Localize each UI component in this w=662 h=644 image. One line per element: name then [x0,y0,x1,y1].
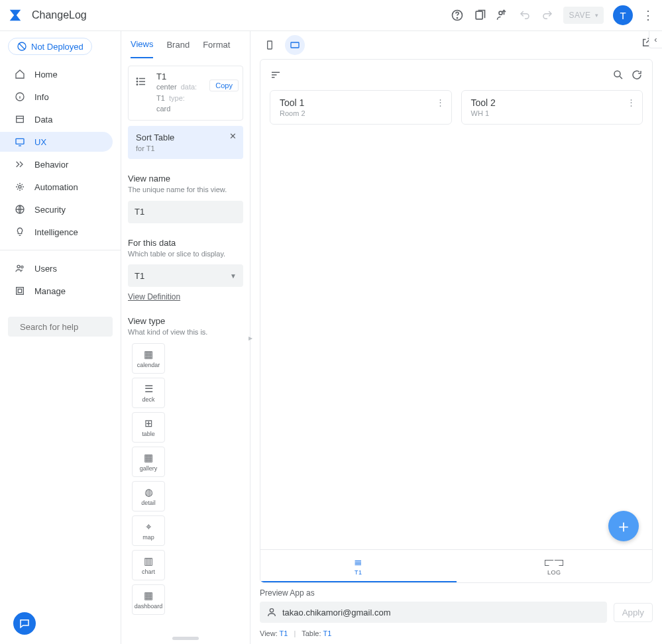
bottom-tab-log[interactable]: ⫍⫎ LOG [457,550,653,582]
view-type-calendar[interactable]: ▦ calendar [132,343,165,374]
deploy-status-pill[interactable]: Not Deployed [8,38,92,55]
manage-icon [15,286,25,296]
preview-as-field[interactable]: takao.chikamori@gmail.com [260,602,607,623]
list-icon: ≣ [354,556,363,568]
card-subtitle: Room 2 [280,109,442,117]
footer-view-val[interactable]: T1 [280,629,288,637]
apply-button[interactable]: Apply [614,603,653,622]
nav-item-home[interactable]: Home [0,64,113,84]
device-phone-button[interactable] [260,35,280,55]
dashboard-icon: ▦ [144,590,153,602]
data-icon [15,114,25,125]
add-fab[interactable]: ＋ [608,511,639,541]
nav-item-manage[interactable]: Manage [0,281,113,301]
view-definition-link[interactable]: View Definition [128,292,180,301]
nav-item-security[interactable]: Security [0,199,113,219]
view-type-dashboard[interactable]: ▦ dashboard [132,584,165,615]
chart-icon: ▥ [144,555,153,567]
bottom-tab-t1[interactable]: ≣ T1 [260,550,457,582]
footer-table-val[interactable]: T1 [323,629,331,637]
svg-point-11 [21,266,23,268]
nav-label: Intelligence [34,227,78,237]
feedback-fab[interactable] [13,612,36,635]
deploy-status-label: Not Deployed [31,42,83,52]
vc-line1-val: center [156,83,177,91]
sort-action-card[interactable]: Sort Table for T1 ✕ [128,126,243,160]
view-type-detail[interactable]: ◍ detail [132,481,165,511]
nav-item-ux[interactable]: UX [0,132,113,152]
view-name-input[interactable] [128,201,243,223]
nav-item-users[interactable]: Users [0,258,113,278]
nav-item-data[interactable]: Data [0,109,113,129]
collapse-preview-icon[interactable]: ‹ [649,31,662,48]
view-type-table[interactable]: ⊞ table [132,412,165,443]
search-help-box[interactable] [8,317,113,337]
bottom-tab-label: LOG [547,569,561,576]
vt-label: chart [142,568,155,575]
overflow-menu-icon[interactable]: ⋮ [642,9,654,21]
app-preview-frame: Tool 1 Room 2 ⋮ Tool 2 WH 1 ⋮ ＋ ≣ T1 [260,59,653,583]
refresh-icon[interactable] [631,69,643,81]
svg-point-15 [137,78,138,80]
nav-item-intelligence[interactable]: Intelligence [0,222,113,242]
preview-card[interactable]: Tool 1 Room 2 ⋮ [270,90,452,125]
svg-point-21 [270,609,273,612]
card-more-icon[interactable]: ⋮ [436,97,445,107]
copy-button[interactable]: Copy [209,80,239,91]
vt-label: deck [142,396,154,403]
help-icon[interactable] [451,9,464,22]
search-help-input[interactable] [20,322,131,332]
view-type-deck[interactable]: ☰ deck [132,378,165,408]
card-title: Tool 2 [471,97,634,108]
intelligence-icon [15,227,25,237]
tab-brand[interactable]: Brand [166,32,190,58]
preview-card[interactable]: Tool 2 WH 1 ⋮ [461,90,643,125]
security-icon [15,204,25,215]
config-panel: Views Brand Format T1 center data: T1 ty… [121,31,250,644]
for-data-desc: Which table or slice to display. [128,249,243,259]
view-type-chart[interactable]: ▥ chart [132,550,165,580]
svg-rect-19 [291,42,299,48]
close-icon[interactable]: ✕ [229,131,237,141]
sort-icon[interactable] [270,69,282,81]
view-type-map[interactable]: ⌖ map [132,515,165,546]
vt-label: dashboard [135,603,163,610]
preview-panel: ‹ [250,31,662,644]
ux-icon [15,136,25,147]
for-data-select[interactable]: T1 ▼ [128,264,243,287]
preview-as-email: takao.chikamori@gmail.com [282,608,390,617]
svg-rect-12 [17,288,24,295]
tab-views[interactable]: Views [131,31,153,58]
sort-card-title: Sort Table [136,133,174,144]
tab-format[interactable]: Format [203,32,230,58]
view-type-options: ▦ calendar ☰ deck ⊞ table ▦ gallery ◍ [128,343,243,615]
view-name-label: View name [128,174,243,184]
vt-label: gallery [140,465,158,472]
calendar-icon: ▦ [144,349,153,360]
view-name-desc: The unique name for this view. [128,185,243,195]
nav-label: Info [34,92,49,102]
view-summary-card[interactable]: T1 center data: T1 type: card Copy [128,66,243,121]
redo-icon[interactable] [541,9,554,22]
search-icon[interactable] [612,69,624,81]
save-button[interactable]: SAVE ▾ [563,7,604,24]
app-title: ChangeLog [32,9,87,21]
history-icon[interactable] [473,9,486,22]
user-avatar[interactable]: T [613,5,633,25]
vt-label: calendar [137,362,160,368]
device-tablet-button[interactable] [285,35,305,55]
info-icon [15,91,25,102]
share-icon[interactable] [496,9,509,22]
horizontal-scrollbar[interactable] [172,637,199,640]
nav-item-automation[interactable]: Automation [0,177,113,197]
undo-icon[interactable] [518,9,531,22]
chart-icon: ⫍⫎ [544,557,565,568]
card-more-icon[interactable]: ⋮ [627,97,635,107]
nav-item-behavior[interactable]: Behavior [0,154,113,174]
nav-item-info[interactable]: Info [0,87,113,107]
nav-label: Home [34,70,58,80]
nav-separator [0,250,121,250]
view-type-gallery[interactable]: ▦ gallery [132,447,165,477]
view-type-desc: What kind of view this is. [128,327,243,337]
config-tabs: Views Brand Format [121,31,250,59]
